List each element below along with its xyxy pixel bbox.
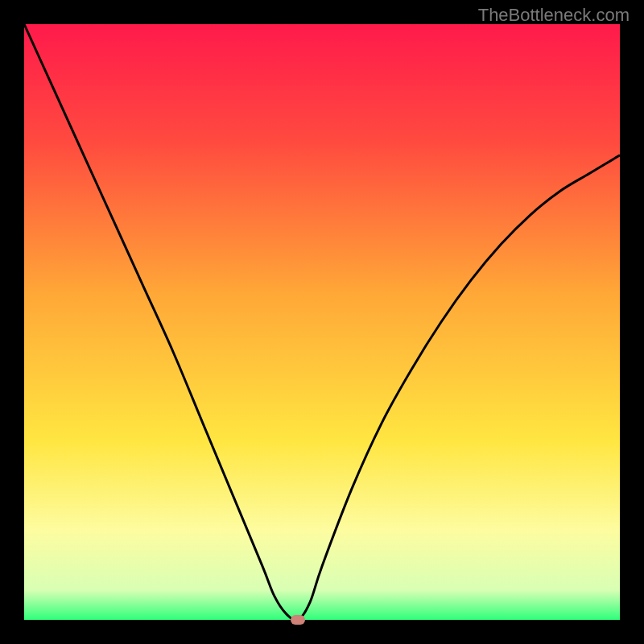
- chart-plot: [24, 24, 620, 620]
- chart-background: [24, 24, 620, 620]
- watermark-text: TheBottleneck.com: [478, 5, 630, 26]
- optimal-point-marker: [291, 615, 305, 625]
